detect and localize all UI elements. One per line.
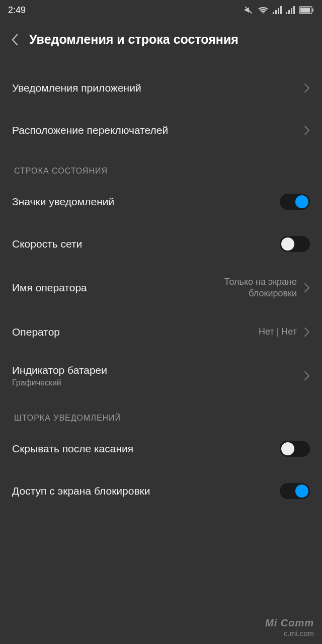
svg-rect-7 — [291, 8, 292, 14]
wifi-icon — [258, 6, 269, 15]
back-button[interactable] — [10, 33, 19, 47]
watermark-line2: c.mi.com — [265, 629, 314, 638]
mute-icon — [244, 5, 254, 15]
svg-rect-1 — [273, 12, 274, 14]
watermark-line1: Mi Comm — [265, 617, 314, 629]
row-label: Значки уведомлений — [12, 196, 114, 208]
settings-list: Уведомления приложений Расположение пере… — [0, 57, 322, 512]
row-label: Расположение переключателей — [12, 124, 168, 136]
row-label: Оператор — [12, 326, 60, 338]
watermark: Mi Comm c.mi.com — [265, 617, 314, 638]
toggle-lockscreen-access[interactable] — [280, 483, 310, 499]
row-app-notifications[interactable]: Уведомления приложений — [0, 67, 322, 109]
row-toggle-positions[interactable]: Расположение переключателей — [0, 109, 322, 151]
chevron-right-icon — [304, 83, 310, 93]
row-network-speed[interactable]: Скорость сети — [0, 223, 322, 265]
chevron-right-icon — [304, 125, 310, 135]
section-header-shade: ШТОРКА УВЕДОМЛЕНИЙ — [0, 398, 322, 428]
row-label: Имя оператора — [12, 282, 87, 294]
status-bar: 2:49 — [0, 0, 322, 20]
row-label: Скрывать после касания — [12, 443, 133, 455]
signal-icon-2 — [286, 6, 295, 14]
row-notification-icons[interactable]: Значки уведомлений — [0, 181, 322, 223]
row-battery-indicator[interactable]: Индикатор батареи Графический — [0, 353, 322, 398]
chevron-right-icon — [304, 371, 310, 381]
svg-rect-4 — [280, 6, 282, 14]
row-hide-after-tap[interactable]: Скрывать после касания — [0, 428, 322, 470]
page-header: Уведомления и строка состояния — [0, 20, 322, 57]
signal-icon-1 — [273, 6, 282, 14]
section-header-statusbar: СТРОКА СОСТОЯНИЯ — [0, 151, 322, 181]
battery-icon — [299, 6, 314, 14]
toggle-notification-icons[interactable] — [280, 194, 310, 210]
status-icons — [244, 5, 314, 15]
row-operator[interactable]: Оператор Нет | Нет — [0, 311, 322, 353]
svg-rect-6 — [288, 10, 290, 14]
page-title: Уведомления и строка состояния — [29, 32, 238, 47]
toggle-network-speed[interactable] — [280, 236, 310, 252]
row-label: Доступ с экрана блокировки — [12, 485, 150, 497]
row-value: Нет | Нет — [259, 326, 297, 338]
row-label: Индикатор батареи — [12, 364, 107, 376]
row-label: Уведомления приложений — [12, 82, 141, 94]
svg-rect-11 — [300, 8, 310, 13]
svg-rect-5 — [286, 12, 287, 14]
row-sub: Графический — [12, 378, 107, 387]
svg-rect-3 — [278, 8, 279, 14]
chevron-right-icon — [304, 283, 310, 293]
row-carrier-name[interactable]: Имя оператора Только на экране блокировк… — [0, 265, 322, 311]
toggle-hide-after-tap[interactable] — [280, 441, 310, 457]
row-value: Только на экране блокировки — [186, 276, 297, 300]
status-time: 2:49 — [8, 5, 26, 16]
svg-rect-2 — [275, 10, 277, 14]
svg-rect-10 — [312, 9, 313, 12]
row-lockscreen-access[interactable]: Доступ с экрана блокировки — [0, 470, 322, 512]
svg-rect-8 — [293, 6, 295, 14]
row-label: Скорость сети — [12, 238, 82, 250]
chevron-right-icon — [304, 327, 310, 337]
